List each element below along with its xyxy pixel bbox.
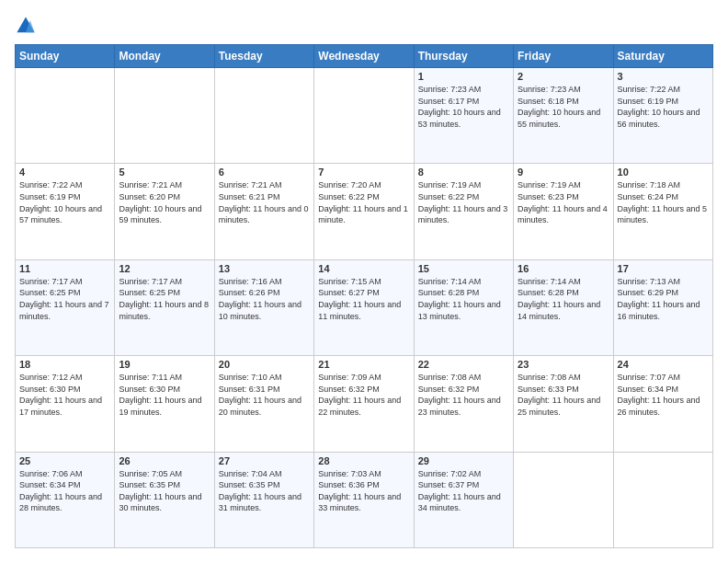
- calendar-cell: 15Sunrise: 7:14 AM Sunset: 6:28 PM Dayli…: [414, 259, 513, 355]
- calendar-day-header: Sunday: [16, 45, 115, 68]
- calendar-cell: 4Sunrise: 7:22 AM Sunset: 6:19 PM Daylig…: [16, 164, 115, 259]
- calendar-cell: 13Sunrise: 7:16 AM Sunset: 6:26 PM Dayli…: [214, 259, 313, 355]
- cell-daylight-info: Sunrise: 7:22 AM Sunset: 6:19 PM Dayligh…: [19, 179, 110, 225]
- calendar-week-row: 1Sunrise: 7:23 AM Sunset: 6:17 PM Daylig…: [16, 68, 713, 164]
- calendar-week-row: 18Sunrise: 7:12 AM Sunset: 6:30 PM Dayli…: [16, 356, 713, 452]
- cell-daylight-info: Sunrise: 7:22 AM Sunset: 6:19 PM Dayligh…: [618, 84, 709, 130]
- cell-daylight-info: Sunrise: 7:21 AM Sunset: 6:20 PM Dayligh…: [119, 179, 210, 225]
- day-number: 29: [418, 455, 509, 466]
- cell-daylight-info: Sunrise: 7:17 AM Sunset: 6:25 PM Dayligh…: [119, 276, 210, 322]
- calendar-cell: 23Sunrise: 7:08 AM Sunset: 6:33 PM Dayli…: [514, 356, 613, 452]
- cell-daylight-info: Sunrise: 7:23 AM Sunset: 6:17 PM Dayligh…: [418, 84, 509, 130]
- day-number: 15: [418, 263, 509, 274]
- day-number: 6: [219, 167, 310, 178]
- day-number: 18: [19, 359, 110, 370]
- calendar-cell: [514, 452, 613, 547]
- calendar-cell: 25Sunrise: 7:06 AM Sunset: 6:34 PM Dayli…: [16, 452, 115, 547]
- cell-daylight-info: Sunrise: 7:14 AM Sunset: 6:28 PM Dayligh…: [418, 276, 509, 322]
- calendar-cell: 21Sunrise: 7:09 AM Sunset: 6:32 PM Dayli…: [314, 356, 414, 452]
- day-number: 21: [318, 359, 409, 370]
- calendar-day-header: Friday: [514, 45, 613, 68]
- day-number: 28: [318, 455, 409, 466]
- calendar-cell: 3Sunrise: 7:22 AM Sunset: 6:19 PM Daylig…: [613, 68, 712, 164]
- calendar-cell: [613, 452, 712, 547]
- calendar-cell: 16Sunrise: 7:14 AM Sunset: 6:28 PM Dayli…: [514, 259, 613, 355]
- calendar-cell: 19Sunrise: 7:11 AM Sunset: 6:30 PM Dayli…: [115, 356, 214, 452]
- calendar-cell: [314, 68, 414, 164]
- day-number: 10: [618, 167, 709, 178]
- day-number: 7: [318, 167, 409, 178]
- calendar-cell: [115, 68, 214, 164]
- calendar-week-row: 4Sunrise: 7:22 AM Sunset: 6:19 PM Daylig…: [16, 164, 713, 259]
- day-number: 11: [19, 263, 110, 274]
- cell-daylight-info: Sunrise: 7:12 AM Sunset: 6:30 PM Dayligh…: [19, 372, 110, 418]
- day-number: 16: [518, 263, 609, 274]
- cell-daylight-info: Sunrise: 7:15 AM Sunset: 6:27 PM Dayligh…: [318, 276, 409, 322]
- day-number: 12: [119, 263, 210, 274]
- cell-daylight-info: Sunrise: 7:07 AM Sunset: 6:34 PM Dayligh…: [618, 372, 709, 418]
- cell-daylight-info: Sunrise: 7:08 AM Sunset: 6:32 PM Dayligh…: [418, 372, 509, 418]
- day-number: 2: [518, 71, 609, 82]
- cell-daylight-info: Sunrise: 7:05 AM Sunset: 6:35 PM Dayligh…: [119, 468, 210, 514]
- cell-daylight-info: Sunrise: 7:13 AM Sunset: 6:29 PM Dayligh…: [618, 276, 709, 322]
- cell-daylight-info: Sunrise: 7:14 AM Sunset: 6:28 PM Dayligh…: [518, 276, 609, 322]
- header: [15, 15, 713, 37]
- calendar-cell: 12Sunrise: 7:17 AM Sunset: 6:25 PM Dayli…: [115, 259, 214, 355]
- calendar-cell: 27Sunrise: 7:04 AM Sunset: 6:35 PM Dayli…: [214, 452, 313, 547]
- calendar-cell: 20Sunrise: 7:10 AM Sunset: 6:31 PM Dayli…: [214, 356, 313, 452]
- calendar-cell: 2Sunrise: 7:23 AM Sunset: 6:18 PM Daylig…: [514, 68, 613, 164]
- calendar-cell: 22Sunrise: 7:08 AM Sunset: 6:32 PM Dayli…: [414, 356, 513, 452]
- day-number: 22: [418, 359, 509, 370]
- logo: [15, 15, 40, 37]
- calendar-cell: 11Sunrise: 7:17 AM Sunset: 6:25 PM Dayli…: [16, 259, 115, 355]
- calendar-cell: 26Sunrise: 7:05 AM Sunset: 6:35 PM Dayli…: [115, 452, 214, 547]
- calendar-cell: 5Sunrise: 7:21 AM Sunset: 6:20 PM Daylig…: [115, 164, 214, 259]
- calendar-table: SundayMondayTuesdayWednesdayThursdayFrid…: [15, 44, 713, 548]
- day-number: 23: [518, 359, 609, 370]
- day-number: 24: [618, 359, 709, 370]
- calendar-week-row: 11Sunrise: 7:17 AM Sunset: 6:25 PM Dayli…: [16, 259, 713, 355]
- cell-daylight-info: Sunrise: 7:09 AM Sunset: 6:32 PM Dayligh…: [318, 372, 409, 418]
- calendar-cell: 9Sunrise: 7:19 AM Sunset: 6:23 PM Daylig…: [514, 164, 613, 259]
- calendar-cell: 14Sunrise: 7:15 AM Sunset: 6:27 PM Dayli…: [314, 259, 414, 355]
- day-number: 1: [418, 71, 509, 82]
- calendar-day-header: Thursday: [414, 45, 513, 68]
- page: SundayMondayTuesdayWednesdayThursdayFrid…: [0, 0, 728, 563]
- cell-daylight-info: Sunrise: 7:16 AM Sunset: 6:26 PM Dayligh…: [219, 276, 310, 322]
- calendar-week-row: 25Sunrise: 7:06 AM Sunset: 6:34 PM Dayli…: [16, 452, 713, 547]
- day-number: 14: [318, 263, 409, 274]
- calendar-cell: 10Sunrise: 7:18 AM Sunset: 6:24 PM Dayli…: [613, 164, 712, 259]
- cell-daylight-info: Sunrise: 7:02 AM Sunset: 6:37 PM Dayligh…: [418, 468, 509, 514]
- day-number: 5: [119, 167, 210, 178]
- cell-daylight-info: Sunrise: 7:08 AM Sunset: 6:33 PM Dayligh…: [518, 372, 609, 418]
- day-number: 27: [219, 455, 310, 466]
- cell-daylight-info: Sunrise: 7:20 AM Sunset: 6:22 PM Dayligh…: [318, 179, 409, 225]
- day-number: 8: [418, 167, 509, 178]
- calendar-cell: 1Sunrise: 7:23 AM Sunset: 6:17 PM Daylig…: [414, 68, 513, 164]
- cell-daylight-info: Sunrise: 7:19 AM Sunset: 6:22 PM Dayligh…: [418, 179, 509, 225]
- calendar-day-header: Monday: [115, 45, 214, 68]
- calendar-cell: 8Sunrise: 7:19 AM Sunset: 6:22 PM Daylig…: [414, 164, 513, 259]
- day-number: 4: [19, 167, 110, 178]
- cell-daylight-info: Sunrise: 7:11 AM Sunset: 6:30 PM Dayligh…: [119, 372, 210, 418]
- day-number: 9: [518, 167, 609, 178]
- day-number: 20: [219, 359, 310, 370]
- cell-daylight-info: Sunrise: 7:06 AM Sunset: 6:34 PM Dayligh…: [19, 468, 110, 514]
- calendar-cell: 24Sunrise: 7:07 AM Sunset: 6:34 PM Dayli…: [613, 356, 712, 452]
- day-number: 26: [119, 455, 210, 466]
- calendar-day-header: Saturday: [613, 45, 712, 68]
- cell-daylight-info: Sunrise: 7:18 AM Sunset: 6:24 PM Dayligh…: [618, 179, 709, 225]
- calendar-cell: 6Sunrise: 7:21 AM Sunset: 6:21 PM Daylig…: [214, 164, 313, 259]
- day-number: 3: [618, 71, 709, 82]
- logo-icon: [15, 15, 37, 37]
- calendar-cell: 29Sunrise: 7:02 AM Sunset: 6:37 PM Dayli…: [414, 452, 513, 547]
- calendar-cell: [16, 68, 115, 164]
- cell-daylight-info: Sunrise: 7:19 AM Sunset: 6:23 PM Dayligh…: [518, 179, 609, 225]
- cell-daylight-info: Sunrise: 7:10 AM Sunset: 6:31 PM Dayligh…: [219, 372, 310, 418]
- calendar-cell: [214, 68, 313, 164]
- day-number: 19: [119, 359, 210, 370]
- calendar-cell: 18Sunrise: 7:12 AM Sunset: 6:30 PM Dayli…: [16, 356, 115, 452]
- cell-daylight-info: Sunrise: 7:04 AM Sunset: 6:35 PM Dayligh…: [219, 468, 310, 514]
- cell-daylight-info: Sunrise: 7:03 AM Sunset: 6:36 PM Dayligh…: [318, 468, 409, 514]
- cell-daylight-info: Sunrise: 7:23 AM Sunset: 6:18 PM Dayligh…: [518, 84, 609, 130]
